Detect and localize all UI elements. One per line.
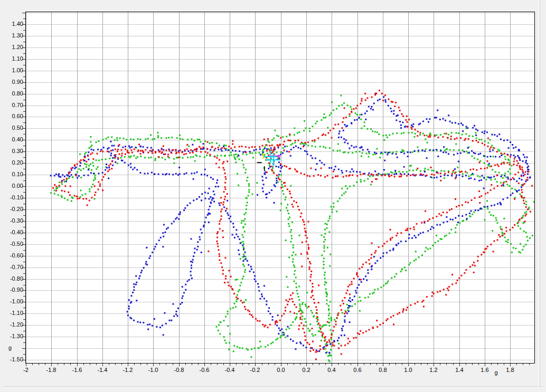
axis-tick <box>23 238 25 239</box>
axis-tick <box>23 215 25 216</box>
scatter-canvas[interactable] <box>26 12 534 363</box>
axis-tick <box>32 364 33 365</box>
y-tick-label: -0.60 <box>1 252 23 259</box>
axis-tick <box>396 364 396 365</box>
axis-tick <box>242 364 243 365</box>
y-tick-label: -0.90 <box>1 286 23 293</box>
axis-tick <box>211 364 211 365</box>
y-tick-label: 0.40 <box>1 136 23 142</box>
axis-tick <box>338 364 338 365</box>
axis-tick <box>22 13 25 13</box>
axis-tick <box>134 364 135 365</box>
axis-tick <box>478 364 479 365</box>
axis-tick <box>102 364 103 366</box>
x-tick-label: 0.4 <box>320 367 343 373</box>
axis-tick <box>198 364 199 365</box>
x-tick-label: -1.6 <box>65 367 89 373</box>
axis-tick <box>23 134 25 135</box>
axis-tick <box>173 364 173 365</box>
axis-tick <box>376 364 377 365</box>
axis-tick <box>90 364 90 365</box>
axis-tick <box>23 250 25 251</box>
axis-tick <box>434 364 434 366</box>
x-tick-label: 1.4 <box>448 367 471 373</box>
axis-tick <box>23 227 25 227</box>
y-tick-label: -1.50 <box>1 356 23 362</box>
axis-tick <box>255 364 256 366</box>
axis-tick <box>23 354 25 355</box>
x-tick-label: -1.0 <box>142 367 165 373</box>
y-tick-label: -1.30 <box>1 333 23 339</box>
x-tick-label: 0.2 <box>295 367 318 373</box>
y-tick-label: 1.40 <box>1 21 23 27</box>
axis-tick <box>128 364 128 366</box>
axis-tick <box>23 100 25 100</box>
x-tick-label: 0.8 <box>371 367 394 373</box>
axis-tick <box>300 364 300 365</box>
axis-tick <box>185 364 186 365</box>
y-tick-label: 0.10 <box>1 171 23 177</box>
axis-tick <box>23 146 25 146</box>
x-tick-label: -0.8 <box>167 367 191 373</box>
axis-tick <box>529 364 530 365</box>
axis-tick <box>45 364 45 365</box>
axis-tick <box>459 364 460 366</box>
axis-tick <box>121 364 122 365</box>
y-tick-label: -0.70 <box>1 264 23 270</box>
gg-scatter-plot-area[interactable] <box>25 12 535 364</box>
axis-tick <box>383 364 383 366</box>
x-tick-label: 1.2 <box>422 367 445 373</box>
x-tick-label: -0.6 <box>193 367 216 373</box>
axis-tick <box>159 364 160 365</box>
axis-tick <box>402 364 402 365</box>
axis-tick <box>319 364 319 365</box>
axis-tick <box>140 364 141 365</box>
axis-tick <box>23 296 25 297</box>
axis-tick <box>58 364 58 365</box>
axis-tick <box>115 364 116 365</box>
y-tick-label: 0.90 <box>1 79 23 85</box>
y-tick-label: 0.30 <box>1 148 23 154</box>
axis-tick <box>23 180 25 181</box>
axis-tick <box>287 364 288 365</box>
axis-tick <box>166 364 166 365</box>
y-tick-label: 0.50 <box>1 125 23 131</box>
axis-tick <box>364 364 364 365</box>
axis-tick <box>370 364 371 365</box>
axis-tick <box>147 364 147 365</box>
axis-tick <box>23 342 25 343</box>
axis-tick <box>306 364 307 366</box>
axis-tick <box>427 364 428 365</box>
axis-tick <box>23 111 25 112</box>
axis-tick <box>440 364 440 365</box>
x-axis-unit-label: g <box>492 369 501 376</box>
axis-tick <box>325 364 326 365</box>
x-tick-label: -1.4 <box>91 367 114 373</box>
axis-tick <box>23 18 25 19</box>
axis-tick <box>294 364 294 365</box>
y-tick-label: -1.00 <box>1 298 23 304</box>
axis-tick <box>23 331 25 331</box>
axis-tick <box>344 364 345 365</box>
axis-tick <box>351 364 351 365</box>
axis-tick <box>504 364 504 365</box>
y-tick-label: 0.70 <box>1 102 23 108</box>
y-tick-label: 1.20 <box>1 44 23 50</box>
y-tick-label: 0.80 <box>1 90 23 97</box>
x-tick-label: -0.2 <box>243 367 267 373</box>
y-tick-label: -0.10 <box>1 194 23 200</box>
axis-tick <box>415 364 415 365</box>
axis-tick <box>497 364 498 365</box>
axis-tick <box>77 364 78 366</box>
axis-tick <box>510 364 511 366</box>
y-tick-label: -0.50 <box>1 241 23 247</box>
y-tick-label: 1.10 <box>1 55 23 62</box>
axis-tick <box>23 262 25 262</box>
axis-tick <box>275 364 275 365</box>
y-tick-label: -1.10 <box>1 310 23 316</box>
axis-tick <box>153 364 154 366</box>
x-tick-label: -1.2 <box>116 367 139 373</box>
axis-tick <box>23 157 25 158</box>
y-tick-label: 0.60 <box>1 113 23 119</box>
axis-tick <box>23 169 25 169</box>
